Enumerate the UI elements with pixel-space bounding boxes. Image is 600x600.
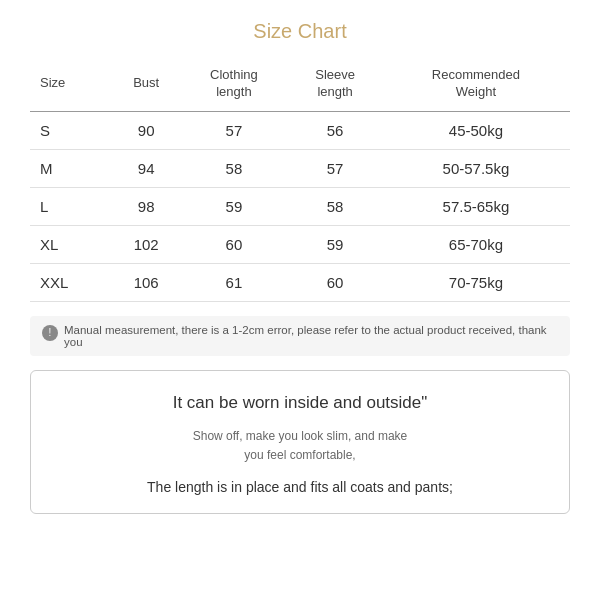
note-text: Manual measurement, there is a 1-2cm err…: [64, 324, 558, 348]
table-cell: 70-75kg: [382, 263, 570, 301]
col-header-recommended-weight: RecommendedWeight: [382, 61, 570, 111]
promo-box: It can be worn inside and outside" Show …: [30, 370, 570, 514]
table-cell: 102: [113, 225, 180, 263]
table-row: M94585750-57.5kg: [30, 149, 570, 187]
table-cell: 60: [179, 225, 288, 263]
table-cell: 57: [288, 149, 381, 187]
promo-sub-text: Show off, make you look slim, and makeyo…: [51, 427, 549, 465]
table-cell: 58: [288, 187, 381, 225]
table-cell: 61: [179, 263, 288, 301]
table-cell: 45-50kg: [382, 111, 570, 149]
table-cell: XXL: [30, 263, 113, 301]
table-row: XXL106616070-75kg: [30, 263, 570, 301]
table-cell: 94: [113, 149, 180, 187]
table-cell: 60: [288, 263, 381, 301]
page-container: Size Chart Size Bust Clothinglength Slee…: [0, 0, 600, 600]
table-cell: 58: [179, 149, 288, 187]
table-cell: S: [30, 111, 113, 149]
table-cell: 59: [288, 225, 381, 263]
table-row: XL102605965-70kg: [30, 225, 570, 263]
table-cell: 65-70kg: [382, 225, 570, 263]
col-header-sleeve-length: Sleevelength: [288, 61, 381, 111]
table-cell: L: [30, 187, 113, 225]
table-cell: 50-57.5kg: [382, 149, 570, 187]
col-header-bust: Bust: [113, 61, 180, 111]
table-cell: 57.5-65kg: [382, 187, 570, 225]
table-cell: 98: [113, 187, 180, 225]
col-header-size: Size: [30, 61, 113, 111]
promo-main-text: It can be worn inside and outside": [51, 393, 549, 413]
table-cell: 106: [113, 263, 180, 301]
table-cell: 90: [113, 111, 180, 149]
page-title: Size Chart: [30, 20, 570, 43]
table-cell: 59: [179, 187, 288, 225]
size-chart-table: Size Bust Clothinglength Sleevelength Re…: [30, 61, 570, 302]
table-row: S90575645-50kg: [30, 111, 570, 149]
table-header-row: Size Bust Clothinglength Sleevelength Re…: [30, 61, 570, 111]
col-header-clothing-length: Clothinglength: [179, 61, 288, 111]
table-row: L98595857.5-65kg: [30, 187, 570, 225]
table-cell: 56: [288, 111, 381, 149]
table-cell: XL: [30, 225, 113, 263]
measurement-note: ! Manual measurement, there is a 1-2cm e…: [30, 316, 570, 356]
table-cell: M: [30, 149, 113, 187]
promo-bottom-text: The length is in place and fits all coat…: [51, 479, 549, 495]
table-cell: 57: [179, 111, 288, 149]
note-icon: !: [42, 325, 58, 341]
